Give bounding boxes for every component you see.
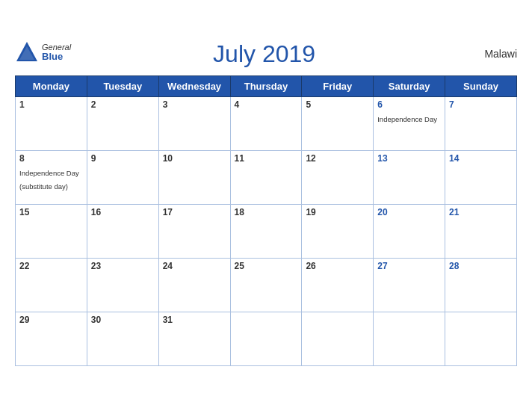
day-number: 17 [163,207,226,217]
calendar-header: General Blue July 2019 Malawi [15,37,517,71]
calendar-cell: 28 [445,259,517,312]
week-row-3: 15161718192021 [16,205,517,259]
day-number: 30 [91,315,155,325]
calendar-table: Monday Tuesday Wednesday Thursday Friday… [15,75,517,366]
day-number: 1 [19,99,83,110]
day-number: 11 [235,153,298,164]
calendar-cell: 3 [158,97,230,151]
calendar-cell: 2 [87,97,158,151]
col-sunday: Sunday [445,76,517,97]
day-number: 4 [235,99,298,110]
country-name: Malawi [457,40,517,60]
weekday-header-row: Monday Tuesday Wednesday Thursday Friday… [16,76,517,97]
day-number: 14 [449,153,513,164]
calendar-container: General Blue July 2019 Malawi Monday Tue… [0,30,532,381]
calendar-cell [302,312,374,366]
day-number: 5 [306,99,369,110]
logo: General Blue [15,40,71,64]
col-friday: Friday [302,76,374,97]
col-saturday: Saturday [374,76,445,97]
calendar-cell: 31 [158,312,230,366]
calendar-cell: 8Independence Day (substitute day) [16,151,87,205]
day-number: 31 [163,315,226,325]
day-number: 29 [19,315,83,325]
calendar-body: 123456Independence Day78Independence Day… [16,97,517,366]
day-number: 27 [377,261,441,271]
day-number: 22 [19,261,83,271]
calendar-title: July 2019 [71,40,457,68]
col-wednesday: Wednesday [158,76,230,97]
calendar-cell: 12 [302,151,374,205]
calendar-cell: 22 [16,259,87,312]
holiday-label: Independence Day [377,115,437,123]
day-number: 16 [91,207,155,217]
day-number: 6 [377,99,441,110]
calendar-cell: 30 [87,312,158,366]
week-row-1: 123456Independence Day7 [16,97,517,151]
day-number: 12 [306,153,369,164]
logo-label: General Blue [42,43,71,62]
calendar-cell: 1 [16,97,87,151]
week-row-2: 8Independence Day (substitute day)910111… [16,151,517,205]
calendar-cell: 23 [87,259,158,312]
col-monday: Monday [16,76,87,97]
calendar-cell: 18 [230,205,302,259]
calendar-cell: 17 [158,205,230,259]
logo-icon [15,40,39,64]
day-number: 7 [449,99,513,110]
calendar-cell: 25 [230,259,302,312]
day-number: 24 [163,261,226,271]
calendar-cell [230,312,302,366]
day-number: 28 [449,261,513,271]
day-number: 15 [19,207,83,217]
calendar-cell: 9 [87,151,158,205]
calendar-cell [445,312,517,366]
calendar-cell: 15 [16,205,87,259]
calendar-cell: 24 [158,259,230,312]
calendar-cell: 13 [374,151,445,205]
day-number: 26 [306,261,369,271]
calendar-cell: 4 [230,97,302,151]
week-row-5: 293031 [16,312,517,366]
calendar-cell: 6Independence Day [374,97,445,151]
calendar-cell: 26 [302,259,374,312]
day-number: 18 [235,207,298,217]
day-number: 8 [19,153,83,164]
day-number: 25 [235,261,298,271]
col-thursday: Thursday [230,76,302,97]
day-number: 13 [377,153,441,164]
calendar-cell: 19 [302,205,374,259]
day-number: 9 [91,153,155,164]
calendar-cell: 21 [445,205,517,259]
calendar-cell [374,312,445,366]
calendar-cell: 16 [87,205,158,259]
calendar-cell: 11 [230,151,302,205]
calendar-cell: 14 [445,151,517,205]
week-row-4: 22232425262728 [16,259,517,312]
calendar-cell: 29 [16,312,87,366]
day-number: 20 [377,207,441,217]
day-number: 19 [306,207,369,217]
day-number: 21 [449,207,513,217]
holiday-label: Independence Day (substitute day) [19,169,79,191]
day-number: 2 [91,99,155,110]
calendar-cell: 5 [302,97,374,151]
day-number: 10 [163,153,226,164]
calendar-cell: 27 [374,259,445,312]
calendar-cell: 10 [158,151,230,205]
col-tuesday: Tuesday [87,76,158,97]
calendar-cell: 7 [445,97,517,151]
day-number: 23 [91,261,155,271]
logo-blue-text: Blue [42,52,71,62]
calendar-cell: 20 [374,205,445,259]
day-number: 3 [163,99,226,110]
